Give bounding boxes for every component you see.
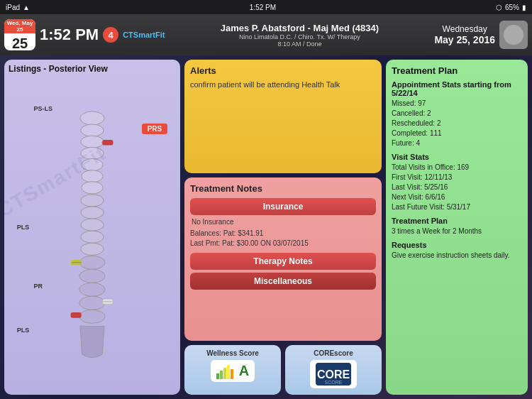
status-time: 1:52 PM xyxy=(250,4,276,11)
treatment-plan-title: Treatment Plan xyxy=(392,65,522,76)
notification-badge[interactable]: 4 xyxy=(103,27,118,43)
visit-stats-text: Total Visits in Office: 169 First Visit:… xyxy=(392,163,522,212)
spine-label-psls: PS-LS xyxy=(33,105,52,112)
calendar-widget: Wed, May 25 25 xyxy=(4,19,35,50)
svg-point-12 xyxy=(79,256,105,269)
main-content: Listings - Posterior View CTSmartFit xyxy=(0,55,532,399)
svg-text:SCORE: SCORE xyxy=(325,380,343,385)
wellness-letter: A xyxy=(239,363,249,379)
svg-rect-26 xyxy=(220,371,223,379)
core-score-logo: CORE SCORE xyxy=(310,360,357,388)
appt-stats-heading: Appointment Stats starting from 5/22/14 xyxy=(392,80,522,97)
no-insurance-text: No Insurance xyxy=(192,218,375,226)
svg-rect-28 xyxy=(227,365,230,379)
svg-point-11 xyxy=(81,243,104,255)
wellness-score-title: Wellness Score xyxy=(206,349,259,357)
treatment-notes-panel: Treatment Notes Insurance No Insurance B… xyxy=(184,177,382,341)
date-day: Wednesday xyxy=(434,24,495,34)
current-time: 1:52 PM xyxy=(40,26,99,43)
treatment-plan-heading: Treatment Plan xyxy=(392,217,522,225)
svg-point-14 xyxy=(79,283,105,296)
svg-point-2 xyxy=(81,136,104,148)
avatar-image xyxy=(504,25,523,45)
bluetooth-icon: ⬡ xyxy=(496,4,502,11)
middle-panel: Alerts confirm patient will be attending… xyxy=(184,60,382,395)
wellness-score-card: Wellness Score A xyxy=(184,345,281,395)
miscellaneous-button[interactable]: Miscellaneous xyxy=(190,273,376,290)
treatment-plan-text: 3 times a Week for 2 Months xyxy=(392,226,522,236)
alerts-panel: Alerts confirm patient will be attending… xyxy=(184,60,382,173)
svg-point-5 xyxy=(82,170,103,182)
spine-badge-prs: PRS xyxy=(142,124,168,134)
svg-point-10 xyxy=(81,231,104,243)
calendar-date: 25 xyxy=(12,33,28,50)
avatar xyxy=(499,21,528,49)
svg-text:CORE: CORE xyxy=(317,368,350,381)
svg-point-1 xyxy=(81,124,104,136)
spine-panel: Listings - Posterior View CTSmartFit xyxy=(4,60,180,395)
treatment-plan-section: Treatment Plan 3 times a Week for 2 Mont… xyxy=(392,217,522,236)
spine-label-pr: PR xyxy=(33,283,43,290)
battery-level: 65% xyxy=(505,4,519,11)
svg-point-9 xyxy=(81,219,104,231)
requests-section: Requests Give exercise instruction sheet… xyxy=(392,241,522,261)
patient-info: James P. Abatsford - Maj Med (4834) Nino… xyxy=(169,23,430,48)
patient-name: James P. Abatsford - Maj Med (4834) xyxy=(169,23,430,33)
appt-stats-text: Missed: 97 Cancelled: 2 Rescheduled: 2 C… xyxy=(392,99,522,148)
core-score-title: COREscore xyxy=(314,349,353,357)
spine-label-pls1: PLS xyxy=(17,224,30,231)
svg-point-15 xyxy=(79,296,105,310)
spine-label-pls2: PLS xyxy=(17,327,30,334)
wellness-badge: A xyxy=(211,360,255,382)
status-bar: iPad ▲ 1:52 PM ⬡ 65% ▮ xyxy=(0,0,532,14)
core-score-card: COREscore CORE SCORE xyxy=(285,345,382,395)
svg-rect-27 xyxy=(223,368,226,379)
header-time-block: 1:52 PM xyxy=(40,26,99,43)
header: Wed, May 25 25 1:52 PM 4 CTSmartFit Jame… xyxy=(0,14,532,55)
treatment-notes-title: Treatment Notes xyxy=(190,183,376,194)
requests-heading: Requests xyxy=(392,241,522,249)
therapy-notes-button[interactable]: Therapy Notes xyxy=(190,253,376,270)
spine-container: CTSmartFit xyxy=(9,77,176,389)
svg-point-16 xyxy=(79,310,105,323)
date-full: May 25, 2016 xyxy=(434,34,495,45)
treatment-plan-panel: Treatment Plan Appointment Stats startin… xyxy=(386,60,528,395)
insurance-button[interactable]: Insurance xyxy=(190,198,376,215)
requests-text: Give exercise instruction sheets daily. xyxy=(392,251,522,261)
svg-point-4 xyxy=(82,159,103,171)
bottom-scores-row: Wellness Score A COREscore xyxy=(184,345,382,395)
wifi-icon: ▲ xyxy=(23,4,30,11)
visit-stats-heading: Visit Stats xyxy=(392,153,522,161)
calendar-month-day: Wed, May 25 xyxy=(4,19,35,33)
patient-time: 8:10 AM / Done xyxy=(169,40,430,48)
svg-point-7 xyxy=(81,195,104,207)
svg-point-8 xyxy=(81,207,104,219)
ct-logo-text: CTSmartFit xyxy=(123,31,165,39)
balance-text: Balances: Pat: $341.91 Last Pmt: Pat: $3… xyxy=(190,229,376,248)
battery-icon: ▮ xyxy=(522,4,526,11)
visit-stats-section: Visit Stats Total Visits in Office: 169 … xyxy=(392,153,522,212)
header-date: Wednesday May 25, 2016 xyxy=(434,24,495,45)
wellness-chart-icon xyxy=(216,364,236,379)
svg-point-6 xyxy=(82,182,103,194)
svg-point-0 xyxy=(80,111,104,125)
alert-text: confirm patient will be attending Health… xyxy=(190,80,376,89)
core-score-icon: CORE SCORE xyxy=(316,363,351,386)
svg-point-3 xyxy=(81,147,104,159)
patient-provider: Nino Limatola D.C. / Chiro. Tx. W/ Thera… xyxy=(169,33,430,40)
svg-rect-25 xyxy=(216,373,219,379)
status-left: iPad ▲ xyxy=(6,4,30,11)
spine-panel-title: Listings - Posterior View xyxy=(9,64,176,74)
svg-rect-29 xyxy=(231,369,233,379)
svg-point-13 xyxy=(79,269,105,283)
ipad-label: iPad xyxy=(6,4,20,11)
alerts-title: Alerts xyxy=(190,65,376,76)
status-right: ⬡ 65% ▮ xyxy=(496,4,526,11)
spine-svg xyxy=(50,98,135,368)
app-logo: CTSmartFit xyxy=(123,31,165,39)
appt-stats-section: Appointment Stats starting from 5/22/14 … xyxy=(392,80,522,148)
